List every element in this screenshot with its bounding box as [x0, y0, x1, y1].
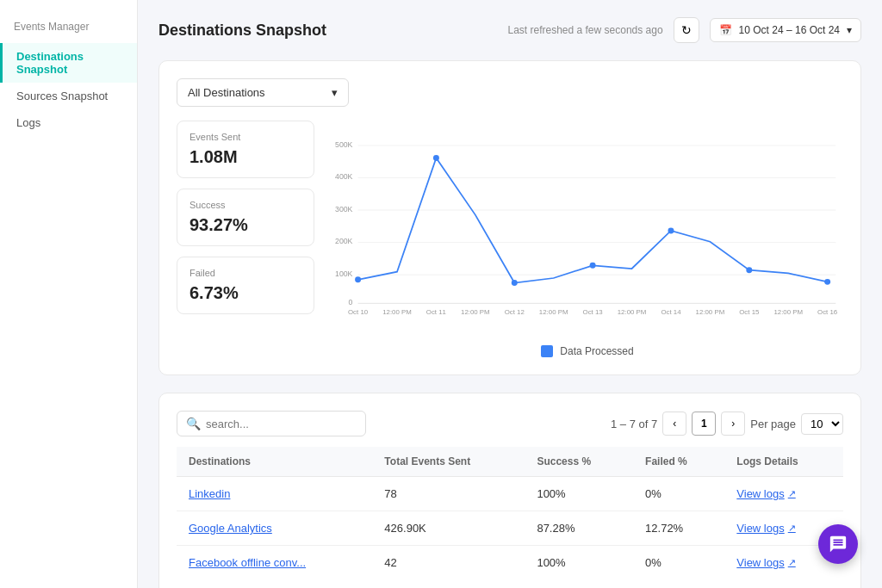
events-sent-value: 1.08M	[189, 147, 301, 167]
table-row: Facebook offline conv... 42 100% 0% View…	[177, 546, 843, 580]
svg-text:Oct 11: Oct 11	[426, 308, 446, 316]
table-header-row: Destinations Total Events Sent Success %…	[177, 447, 843, 477]
destination-link-linkedin[interactable]: Linkedin	[189, 487, 230, 500]
stats-chart-container: Events Sent 1.08M Success 93.27% Failed …	[177, 121, 843, 357]
per-page-label: Per page	[750, 418, 796, 430]
failed-stat: Failed 6.73%	[177, 257, 314, 314]
main-content: Destinations Snapshot Last refreshed a f…	[138, 0, 882, 588]
destinations-table: Destinations Total Events Sent Success %…	[177, 447, 843, 579]
sidebar-item-label-destinations: Destinations	[16, 50, 123, 63]
svg-text:Oct 16: Oct 16	[817, 308, 838, 316]
svg-text:0: 0	[349, 298, 353, 306]
view-logs-google[interactable]: View logs ↗	[736, 522, 831, 535]
table-row: Linkedin 78 100% 0% View logs ↗	[177, 477, 843, 511]
svg-text:12:00 PM: 12:00 PM	[773, 308, 803, 316]
total-events-facebook: 42	[372, 546, 525, 580]
external-link-icon: ↗	[788, 488, 796, 499]
events-sent-label: Events Sent	[189, 132, 301, 142]
refresh-button[interactable]: ↻	[674, 17, 699, 43]
search-input[interactable]	[206, 418, 357, 430]
next-page-button[interactable]: ›	[721, 412, 745, 436]
svg-point-16	[668, 227, 674, 233]
table-row: Google Analytics 426.90K 87.28% 12.72% V…	[177, 511, 843, 546]
refresh-status: Last refreshed a few seconds ago	[507, 24, 662, 36]
calendar-icon: 📅	[719, 24, 732, 36]
success-facebook: 100%	[525, 546, 633, 580]
view-logs-linkedin[interactable]: View logs ↗	[736, 487, 831, 500]
destination-link-google-analytics[interactable]: Google Analytics	[189, 522, 272, 535]
page-header: Destinations Snapshot Last refreshed a f…	[158, 17, 861, 43]
sidebar-item-sublabel-snapshot: Snapshot	[16, 63, 123, 76]
dropdown-chevron-icon: ▾	[332, 86, 338, 99]
search-icon: 🔍	[186, 417, 201, 430]
col-header-failed: Failed %	[633, 447, 724, 477]
svg-point-17	[746, 267, 752, 273]
refresh-icon: ↻	[681, 23, 692, 37]
svg-point-14	[512, 280, 518, 286]
svg-text:Oct 10: Oct 10	[348, 308, 369, 316]
total-events-google: 426.90K	[372, 511, 525, 546]
sidebar-item-logs[interactable]: Logs	[0, 109, 137, 136]
failed-linkedin: 0%	[633, 477, 724, 511]
failed-google: 12.72%	[633, 511, 724, 546]
sidebar-item-label-sources: Sources Snapshot	[16, 90, 108, 102]
date-range-label: 10 Oct 24 – 16 Oct 24	[739, 24, 840, 36]
per-page-select[interactable]: 10 25 50	[801, 413, 843, 435]
failed-value: 6.73%	[189, 283, 301, 303]
svg-point-13	[433, 155, 439, 161]
events-sent-stat: Events Sent 1.08M	[177, 121, 314, 178]
current-page-button[interactable]: 1	[692, 412, 716, 436]
table-body: Linkedin 78 100% 0% View logs ↗ Google A…	[177, 477, 843, 580]
stats-column: Events Sent 1.08M Success 93.27% Failed …	[177, 121, 314, 357]
pagination-text: 1 – 7 of 7	[611, 418, 657, 430]
success-stat: Success 93.27%	[177, 189, 314, 246]
svg-text:Oct 12: Oct 12	[505, 308, 525, 316]
header-controls: Last refreshed a few seconds ago ↻ 📅 10 …	[507, 17, 861, 43]
legend-label: Data Processed	[560, 345, 633, 357]
svg-text:100K: 100K	[335, 269, 353, 278]
line-chart-svg: 500K 400K 300K 200K 100K 0	[332, 121, 843, 336]
chart-legend: Data Processed	[332, 345, 843, 357]
chart-container: 500K 400K 300K 200K 100K 0	[332, 121, 843, 357]
svg-text:12:00 PM: 12:00 PM	[696, 308, 725, 316]
search-container[interactable]: 🔍	[177, 411, 366, 436]
col-header-total-events: Total Events Sent	[372, 447, 525, 477]
svg-text:500K: 500K	[335, 140, 353, 149]
date-range-picker[interactable]: 📅 10 Oct 24 – 16 Oct 24 ▾	[710, 18, 861, 42]
svg-text:12:00 PM: 12:00 PM	[618, 308, 647, 316]
failed-label: Failed	[189, 268, 301, 278]
filter-label: All Destinations	[188, 86, 265, 99]
svg-point-12	[355, 276, 361, 282]
svg-point-15	[590, 263, 596, 269]
success-value: 93.27%	[189, 215, 301, 235]
table-card: 🔍 1 – 7 of 7 ‹ 1 › Per page 10 25 50	[158, 393, 861, 588]
svg-text:Oct 15: Oct 15	[739, 308, 760, 316]
svg-text:12:00 PM: 12:00 PM	[539, 308, 568, 316]
sidebar-item-sources-snapshot[interactable]: Sources Snapshot	[0, 83, 137, 109]
sidebar-item-label-logs: Logs	[16, 116, 40, 129]
svg-text:Oct 13: Oct 13	[583, 308, 604, 316]
table-controls: 🔍 1 – 7 of 7 ‹ 1 › Per page 10 25 50	[177, 411, 843, 436]
svg-text:200K: 200K	[335, 237, 353, 245]
success-google: 87.28%	[525, 511, 633, 546]
chat-icon	[829, 535, 848, 554]
success-label: Success	[189, 200, 301, 210]
svg-text:12:00 PM: 12:00 PM	[461, 308, 490, 316]
failed-facebook: 0%	[633, 546, 724, 580]
view-logs-facebook[interactable]: View logs ↗	[736, 556, 831, 569]
sidebar-item-destinations[interactable]: Destinations Snapshot	[0, 43, 137, 83]
svg-text:400K: 400K	[335, 172, 353, 181]
svg-text:12:00 PM: 12:00 PM	[382, 308, 412, 316]
legend-color-box	[541, 345, 553, 357]
total-events-linkedin: 78	[372, 477, 525, 511]
page-title: Destinations Snapshot	[158, 22, 326, 40]
chevron-down-icon: ▾	[847, 24, 852, 36]
chat-fab-button[interactable]	[818, 524, 858, 564]
destination-link-facebook[interactable]: Facebook offline conv...	[189, 556, 306, 569]
destinations-filter-dropdown[interactable]: All Destinations ▾	[177, 78, 349, 107]
sidebar-title: Events Manager	[0, 14, 137, 43]
prev-page-button[interactable]: ‹	[662, 412, 686, 436]
col-header-destinations: Destinations	[177, 447, 372, 477]
external-link-icon: ↗	[788, 557, 796, 568]
svg-text:Oct 14: Oct 14	[661, 308, 681, 316]
